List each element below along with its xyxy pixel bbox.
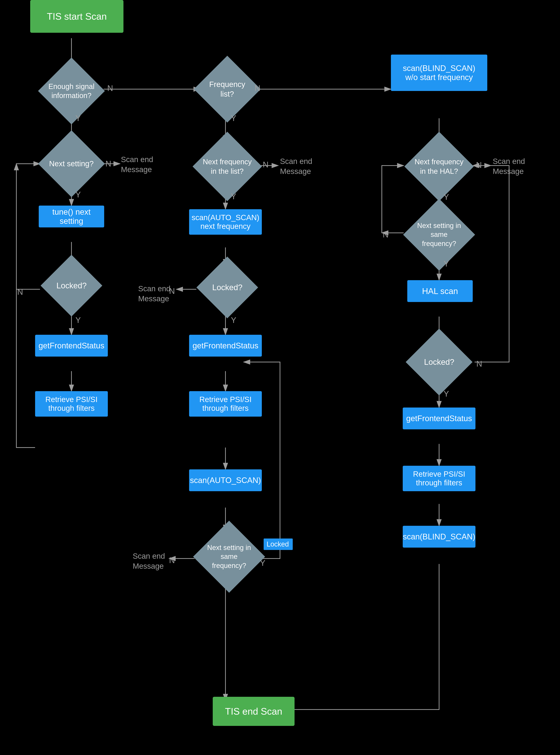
retrieve-psi-1: Retrieve PSI/SI through filters — [35, 391, 108, 417]
n-label-6: N — [383, 230, 388, 239]
n-label-5: N — [476, 160, 482, 170]
retrieve-psi-3: Retrieve PSI/SI through filters — [403, 466, 476, 491]
get-frontend-1: getFrontendStatus — [35, 335, 108, 356]
y-label-4: Y — [231, 192, 236, 201]
y-label-1: Y — [76, 114, 81, 123]
y-label-9: Y — [444, 389, 449, 399]
tune-next-setting: tune() next setting — [39, 206, 104, 227]
y-label-3: Y — [76, 190, 81, 199]
n-label-7: N — [17, 287, 23, 296]
scan-end-msg-1: Scan endMessage — [121, 155, 153, 174]
start-node: TIS start Scan — [30, 0, 123, 33]
locked-badge: Locked — [264, 539, 293, 551]
enough-signal-diamond: Enough signal information? — [35, 67, 108, 115]
scan-blind-2: scan(BLIND_SCAN) — [403, 526, 476, 548]
next-freq-list-diamond: Next frequencyin the list? — [191, 142, 264, 191]
n-label-10: N — [169, 556, 175, 565]
locked3-diamond: Locked? — [401, 338, 477, 389]
n-label-1: N — [107, 84, 113, 93]
scan-auto-2: scan(AUTO_SCAN) — [189, 469, 262, 491]
get-frontend-2: getFrontendStatus — [189, 335, 262, 356]
n-label-2: N — [255, 84, 260, 93]
locked2-diamond: Locked? — [191, 266, 264, 313]
next-setting-same-freq-middle: Next setting insame frequency? — [191, 531, 267, 584]
n-label-9: N — [476, 359, 482, 368]
n-label-3: N — [105, 159, 111, 168]
y-label-5: Y — [444, 192, 449, 201]
get-frontend-3: getFrontendStatus — [403, 408, 476, 429]
n-label-4: N — [263, 160, 268, 169]
scan-end-msg-4: Scan endMessage — [138, 284, 171, 304]
y-label-10: Y — [260, 559, 265, 568]
scan-end-msg-5: Scan endMessage — [133, 551, 165, 571]
retrieve-psi-2: Retrieve PSI/SI through filters — [189, 391, 262, 417]
blind-scan-no-start: scan(BLIND_SCAN) w/o start frequency — [391, 55, 487, 91]
frequency-list-diamond: Frequency list? — [191, 65, 264, 113]
locked1-diamond: Locked? — [35, 264, 108, 311]
next-setting-same-freq-right: Next setting insame frequency? — [401, 209, 477, 260]
end-node: TIS end Scan — [213, 697, 295, 726]
hal-scan: HAL scan — [407, 280, 473, 302]
y-label-8: Y — [231, 316, 236, 325]
y-label-6: Y — [444, 259, 449, 268]
y-label-2: Y — [231, 114, 236, 123]
next-setting-diamond: Next setting? — [35, 140, 108, 187]
scan-auto-next-freq: scan(AUTO_SCAN) next frequency — [189, 209, 262, 235]
next-freq-hal-diamond: Next frequencyin the HAL? — [403, 142, 476, 191]
y-label-7: Y — [76, 316, 81, 325]
scan-end-msg-2: Scan endMessage — [280, 156, 312, 176]
scan-end-msg-3: Scan endMessage — [493, 156, 525, 176]
